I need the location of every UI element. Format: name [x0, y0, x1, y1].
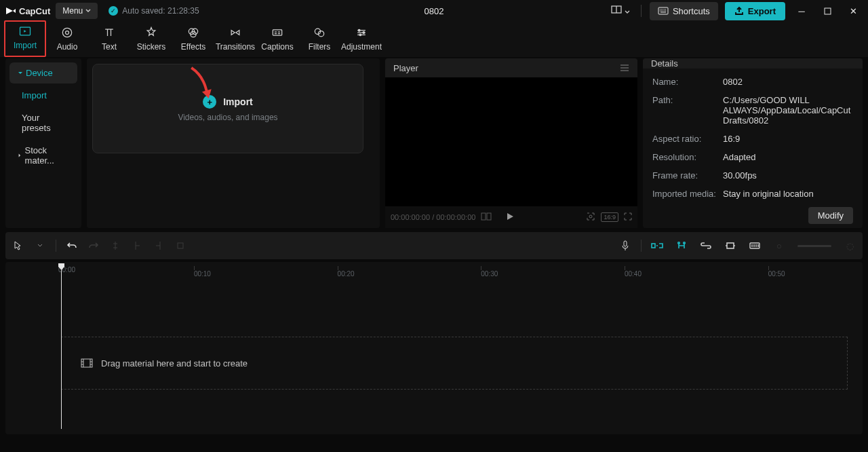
selection-tool-icon[interactable] [12, 240, 24, 252]
value-framerate: 30.00fps [723, 170, 853, 181]
tab-audio[interactable]: Audio [46, 23, 88, 57]
captions-icon [271, 26, 284, 39]
value-aspect: 16:9 [723, 134, 853, 144]
tab-transitions[interactable]: Transitions [214, 23, 256, 57]
modify-button[interactable]: Modify [808, 207, 853, 224]
tab-import[interactable]: Import [4, 20, 46, 57]
play-button[interactable] [505, 212, 515, 223]
annotation-arrow [187, 65, 214, 105]
svg-rect-16 [481, 213, 486, 220]
editor-tabs: Import Audio Text Stickers Effects Trans… [0, 22, 868, 57]
value-path: C:/Users/GOOD WILL ALWAYS/AppData/Local/… [723, 95, 853, 126]
media-sidebar: Device Import Your presets Stock mater..… [5, 58, 81, 228]
audio-icon [60, 26, 74, 39]
tab-text[interactable]: Text [88, 23, 130, 57]
fullscreen-icon[interactable] [624, 212, 632, 222]
tick-label-2: 00:20 [338, 270, 355, 278]
tick-label-5: 00:50 [768, 270, 785, 278]
import-title: Import [223, 96, 253, 107]
sidebar-import[interactable]: Import [9, 85, 77, 106]
svg-point-13 [358, 29, 360, 31]
close-button[interactable]: ✕ [844, 1, 863, 20]
svg-rect-19 [178, 243, 183, 248]
svg-rect-24 [727, 243, 734, 248]
label-framerate: Frame rate: [652, 170, 723, 181]
tool-chevron-icon[interactable] [34, 240, 46, 252]
sidebar-presets[interactable]: Your presets [9, 107, 77, 138]
tick-label-3: 00:30 [481, 270, 498, 278]
tab-adjustment[interactable]: Adjustment [340, 23, 382, 57]
timeline-ruler[interactable]: 00:00 00:10 00:20 00:30 00:40 00:50 [58, 262, 856, 277]
player-panel: Player 00:00:00:00 / 00:00:00:00 16:9 [385, 58, 637, 228]
player-header: Player [393, 63, 418, 73]
svg-point-5 [62, 28, 71, 37]
tab-stickers[interactable]: Stickers [130, 23, 172, 57]
caret-down-icon [18, 71, 23, 76]
svg-rect-17 [487, 213, 491, 220]
media-panel: + Import Videos, audios, and images [87, 58, 380, 228]
redo-icon[interactable] [87, 240, 100, 252]
titlebar: CapCut Menu ✓ Auto saved: 21:28:35 0802 … [0, 0, 868, 22]
minimize-button[interactable]: ─ [792, 1, 811, 20]
timeline-settings-icon[interactable] [749, 240, 761, 252]
transitions-icon [229, 26, 242, 39]
layout-switch-icon[interactable] [608, 3, 633, 20]
label-path: Path: [652, 95, 723, 126]
zoom-slider[interactable] [797, 245, 831, 247]
sidebar-device[interactable]: Device [9, 62, 77, 83]
zoom-fit-icon[interactable]: ◌ [844, 240, 856, 252]
timeline-toolbar: ○ ◌ [5, 232, 863, 259]
left-trim-icon[interactable] [131, 240, 143, 252]
tab-filters[interactable]: Filters [298, 23, 340, 57]
film-icon [81, 358, 93, 368]
magnet-link-icon[interactable] [675, 240, 688, 252]
zoom-out-icon[interactable]: ○ [773, 240, 785, 252]
mic-icon[interactable] [619, 240, 631, 252]
snapshot-icon[interactable] [586, 212, 595, 223]
app-name: CapCut [19, 6, 50, 16]
label-aspect: Aspect ratio: [652, 134, 723, 144]
player-time: 00:00:00:00 / 00:00:00:00 [391, 213, 475, 221]
shortcuts-button[interactable]: Shortcuts [650, 2, 718, 20]
magnet-main-icon[interactable] [651, 240, 663, 252]
maximize-button[interactable] [818, 1, 837, 20]
import-icon [18, 24, 32, 38]
link-icon[interactable] [700, 240, 712, 252]
svg-point-14 [363, 32, 365, 34]
playhead[interactable] [61, 265, 62, 429]
svg-rect-26 [81, 359, 92, 367]
app-logo: CapCut [5, 5, 50, 16]
details-panel: Details Name:0802 Path:C:/Users/GOOD WIL… [643, 58, 863, 228]
label-resolution: Resolution: [652, 152, 723, 162]
player-viewport [385, 77, 637, 206]
export-button[interactable]: Export [725, 2, 785, 20]
tab-captions[interactable]: Captions [256, 23, 298, 57]
crop-icon[interactable] [174, 240, 186, 252]
tick-label-4: 00:40 [625, 270, 642, 278]
timeline-drop-hint[interactable]: Drag material here and start to create [61, 337, 848, 390]
undo-icon[interactable] [66, 240, 78, 252]
svg-rect-10 [273, 30, 281, 35]
preview-cut-icon[interactable] [724, 240, 736, 252]
label-imported: Imported media: [652, 189, 723, 199]
player-menu-icon[interactable] [620, 63, 629, 73]
compare-icon[interactable] [481, 212, 492, 222]
timeline-hint-text: Drag material here and start to create [101, 358, 248, 369]
import-drop-zone[interactable]: + Import Videos, audios, and images [92, 64, 363, 153]
capcut-logo-icon [5, 5, 16, 16]
timeline[interactable]: 00:00 00:10 00:20 00:30 00:40 00:50 Drag… [5, 262, 863, 434]
autosave-status: ✓ Auto saved: 21:28:35 [108, 6, 199, 16]
tab-effects[interactable]: Effects [172, 23, 214, 57]
project-title: 0802 [425, 6, 444, 16]
value-resolution: Adapted [723, 152, 853, 162]
menu-button[interactable]: Menu [56, 3, 98, 19]
right-trim-icon[interactable] [153, 240, 165, 252]
aspect-badge[interactable]: 16:9 [601, 212, 618, 222]
sidebar-stock[interactable]: Stock mater... [9, 140, 77, 171]
label-name: Name: [652, 77, 723, 87]
details-header: Details [651, 58, 678, 69]
adjustment-icon [355, 26, 368, 39]
export-icon [734, 6, 744, 16]
split-icon[interactable] [109, 240, 121, 252]
import-subtitle: Videos, audios, and images [178, 113, 277, 122]
